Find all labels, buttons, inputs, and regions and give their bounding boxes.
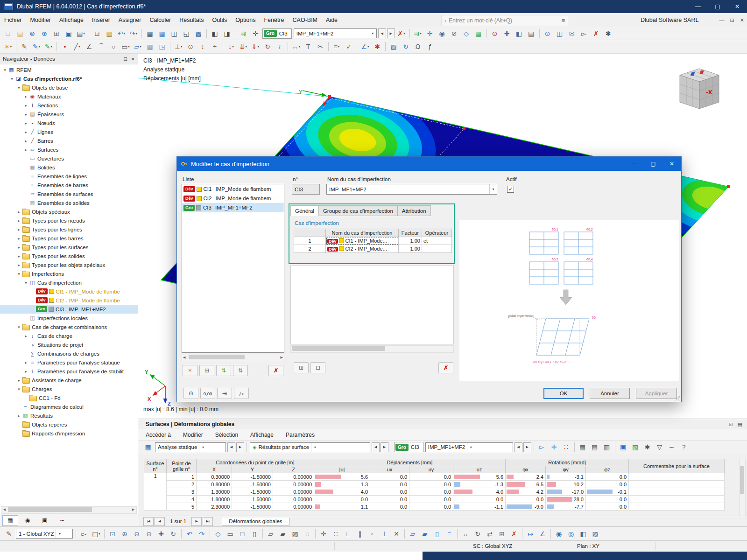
operateur-cell[interactable] bbox=[422, 245, 452, 253]
u-value-cell[interactable]: 4.0 bbox=[314, 488, 370, 496]
tree-item-ensembles-de-surfaces[interactable]: ▱Ensembles de surfaces bbox=[0, 189, 138, 198]
chevron-down-icon[interactable]: ▾ bbox=[56, 529, 63, 538]
next-page-icon[interactable]: ▶ bbox=[191, 517, 202, 526]
display-transparent-button[interactable]: ◌ bbox=[302, 528, 313, 539]
rotate-object-button[interactable]: ↻ bbox=[472, 528, 483, 539]
tree-item-paisseurs[interactable]: ▸▤Épaisseurs bbox=[0, 110, 138, 119]
search-input[interactable]: › Entrez un mot-clé (Alt+Q) ≡ bbox=[441, 15, 568, 26]
results-table-row[interactable]: 20.80000-1.500000.000001.30.00.0-1.36.51… bbox=[144, 481, 725, 488]
surface-load-button[interactable]: ⇓▾ bbox=[250, 41, 261, 52]
table-help-button[interactable]: ? bbox=[678, 441, 690, 453]
tree-item-cas-d-imperfection[interactable]: ▾◫Cas d'imperfection bbox=[0, 278, 138, 287]
new-rectangle-button[interactable]: ▭▾ bbox=[120, 41, 131, 52]
tree-expander-icon[interactable]: ▸ bbox=[23, 139, 29, 143]
coordinate-z-cell[interactable]: 0.00000 bbox=[273, 503, 314, 511]
tree-expander-icon[interactable]: ▸ bbox=[16, 254, 22, 259]
next-result-button[interactable]: ▶ bbox=[381, 442, 388, 452]
member-eccentricity-button[interactable]: ↕ bbox=[197, 41, 208, 52]
comment-cell[interactable] bbox=[629, 496, 725, 503]
formula-editor-button[interactable]: ƒx bbox=[234, 388, 249, 399]
snap-grid-button[interactable]: ∷ bbox=[330, 528, 341, 539]
tree-item-barres[interactable]: ▸╱Barres bbox=[0, 136, 138, 145]
table-grid-button[interactable]: ▦ bbox=[577, 441, 588, 453]
tree-expander-icon[interactable]: ▸ bbox=[23, 94, 29, 99]
dialog-close-icon[interactable]: ✕ bbox=[662, 157, 681, 171]
section-cut-button[interactable]: ✂ bbox=[315, 41, 326, 52]
list-horizontal-scrollbar[interactable]: ◀ ▶ bbox=[182, 354, 284, 361]
phix-value-cell[interactable]: 2.4 bbox=[506, 473, 546, 481]
measure-distance-button[interactable]: ↦ bbox=[525, 528, 536, 539]
case-name-combo[interactable]: IMP_MF1+MF2 ▾ bbox=[294, 28, 377, 38]
tree-item-sections[interactable]: ▸ISections bbox=[0, 101, 138, 110]
comment-cell[interactable] bbox=[629, 503, 725, 511]
moment-load-button[interactable]: ↻ bbox=[262, 41, 273, 52]
navigator-close-icon[interactable]: ✕ bbox=[131, 56, 135, 62]
coordinate-y-cell[interactable]: -1.50000 bbox=[232, 473, 273, 481]
text-comment-button[interactable]: T bbox=[303, 41, 314, 52]
rename-case-button[interactable]: ⇥ bbox=[217, 388, 232, 399]
case-name-cell[interactable]: DévCI1 - IMP_Mode... bbox=[326, 237, 399, 245]
table-filter-button[interactable]: ▽ bbox=[654, 441, 665, 453]
tree-item-ci2-imp-mode-de-flambe[interactable]: DévCI2 - IMP_Mode de flambe bbox=[0, 296, 138, 305]
new-polyline-button[interactable]: ∠ bbox=[84, 41, 95, 52]
new-hinge-button[interactable]: ⊙ bbox=[185, 41, 196, 52]
navigator-float-icon[interactable]: ⊡ bbox=[123, 56, 127, 62]
result-pick-values-button[interactable]: ✛ bbox=[549, 441, 560, 453]
uz-value-cell[interactable]: -1.3 bbox=[453, 481, 506, 488]
tree-item-combinaisons-de-charges[interactable]: ∑Combinaisons de charges bbox=[0, 349, 138, 358]
chevron-down-icon[interactable]: ▾ bbox=[489, 184, 497, 194]
uz-value-cell[interactable]: 0.0 bbox=[453, 496, 506, 503]
comment-cell[interactable] bbox=[629, 473, 725, 481]
uy-value-cell[interactable]: 0.0 bbox=[409, 481, 453, 488]
facteur-cell[interactable]: 1.00 bbox=[399, 237, 422, 245]
tree-expander-icon[interactable]: ▸ bbox=[16, 245, 22, 250]
dimension-dropdown-icon[interactable]: ▾ bbox=[299, 45, 301, 49]
table-save-button[interactable]: ▣ bbox=[618, 441, 629, 453]
coordinate-x-cell[interactable]: 0.30000 bbox=[197, 473, 232, 481]
dialog-resize-grip[interactable] bbox=[675, 396, 680, 400]
new-support-dropdown-icon[interactable]: ▾ bbox=[181, 45, 183, 49]
new-imperfection-case-button[interactable]: ✶ bbox=[183, 365, 197, 376]
tree-expander-icon[interactable]: ▾ bbox=[16, 325, 22, 329]
tree-expander-icon[interactable]: ▸ bbox=[16, 263, 22, 267]
member-division-button[interactable]: ÷ bbox=[209, 41, 220, 52]
table-print-button[interactable]: ▥ bbox=[601, 441, 613, 453]
pan-view-button[interactable]: ✚ bbox=[155, 528, 167, 539]
case-name-cell[interactable]: DévCI2 - IMP_Mode... bbox=[326, 245, 399, 253]
ux-value-cell[interactable]: 0.0 bbox=[370, 473, 409, 481]
display-wireframe-button[interactable]: ▱ bbox=[265, 528, 276, 539]
tree-item-n-uds[interactable]: ▸•Nœuds bbox=[0, 119, 138, 127]
render-mode-button[interactable]: ◧ bbox=[578, 528, 589, 539]
chevron-down-icon[interactable]: ▾ bbox=[369, 29, 376, 38]
coordinate-x-cell[interactable]: 0.80000 bbox=[197, 481, 232, 488]
line-load-button[interactable]: ⇊▾ bbox=[238, 41, 249, 52]
chevron-down-icon[interactable]: ▾ bbox=[311, 443, 318, 452]
panel-float-icon[interactable]: ⊡ bbox=[728, 421, 733, 427]
grid-point-cell[interactable]: 4 bbox=[167, 496, 197, 503]
new-arc-button[interactable]: ⌒ bbox=[96, 41, 107, 52]
tree-item-types-pour-les-solides[interactable]: ▸Types pour les solides bbox=[0, 252, 138, 260]
nav-tab-donnees[interactable]: ▦ bbox=[2, 515, 18, 526]
uy-value-cell[interactable]: 0.0 bbox=[409, 496, 453, 503]
copy-imperfection-case-button[interactable]: ⊞ bbox=[199, 365, 214, 376]
menu-modifier[interactable]: Modifier bbox=[26, 13, 55, 27]
copy-model-button[interactable]: ⊞ bbox=[51, 28, 62, 39]
search-icon[interactable]: ≡ bbox=[562, 17, 565, 24]
remove-row-button[interactable]: ⊟ bbox=[310, 362, 325, 373]
case-name-dropdown[interactable]: IMP_MF1+MF2 ▾ bbox=[326, 184, 497, 195]
delete-all-button[interactable]: ✗ bbox=[591, 28, 602, 39]
table-export-button[interactable]: ▤ bbox=[589, 441, 600, 453]
u-value-cell[interactable]: 1.3 bbox=[314, 481, 370, 488]
tree-item-situations-de-projet[interactable]: ◑Situations de projet bbox=[0, 340, 138, 349]
goto-table-button[interactable]: ▦ bbox=[473, 28, 484, 39]
u-value-cell[interactable]: 0.0 bbox=[314, 496, 370, 503]
snap-ortho-button[interactable]: ∟ bbox=[342, 528, 353, 539]
last-page-icon[interactable]: ▶| bbox=[203, 517, 213, 526]
scrollbar-thumb[interactable] bbox=[8, 507, 92, 512]
undo-dropdown-icon[interactable]: ▾ bbox=[124, 32, 126, 35]
tree-expander-icon[interactable]: ▸ bbox=[16, 227, 22, 232]
copy-object-2-button[interactable]: ⊞ bbox=[496, 528, 507, 539]
table-chart-button[interactable]: ∼ bbox=[666, 441, 677, 453]
tree-item-types-pour-les-n-uds[interactable]: ▸Types pour les nœuds bbox=[0, 216, 138, 225]
next-view-button[interactable]: ↷ bbox=[196, 528, 207, 539]
